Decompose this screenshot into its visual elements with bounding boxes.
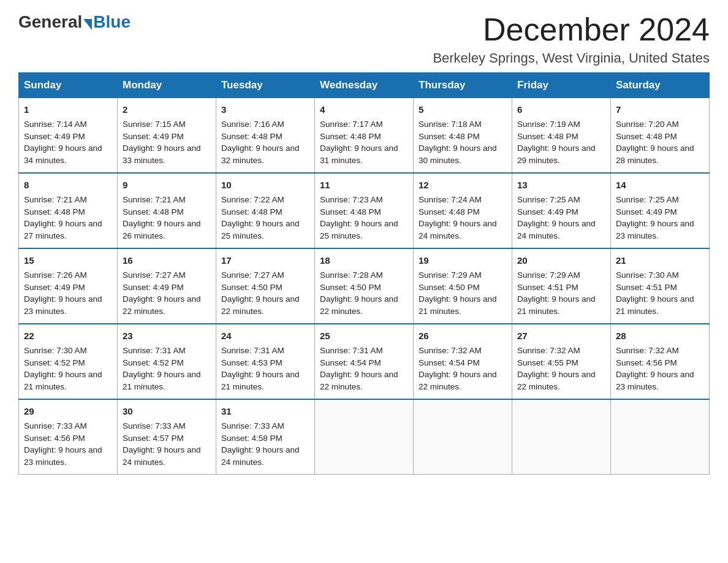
calendar-day-cell: 4Sunrise: 7:17 AMSunset: 4:48 PMDaylight…: [315, 98, 414, 174]
sunset-text: Sunset: 4:52 PM: [123, 357, 211, 369]
calendar-day-cell: 29Sunrise: 7:33 AMSunset: 4:56 PMDayligh…: [19, 399, 118, 475]
day-number: 17: [221, 254, 309, 267]
calendar-day-cell: 20Sunrise: 7:29 AMSunset: 4:51 PMDayligh…: [512, 248, 611, 324]
calendar-day-cell: [315, 399, 414, 475]
sunrise-text: Sunrise: 7:33 AM: [221, 420, 309, 432]
sunset-text: Sunset: 4:55 PM: [517, 357, 605, 369]
sunrise-text: Sunrise: 7:31 AM: [221, 345, 309, 357]
day-number: 15: [24, 254, 112, 267]
daylight-text: Daylight: 9 hours and 22 minutes.: [320, 293, 408, 317]
daylight-text: Daylight: 9 hours and 21 minutes.: [221, 369, 309, 393]
day-number: 3: [221, 103, 309, 117]
day-number: 23: [123, 329, 211, 343]
day-number: 4: [320, 103, 408, 117]
sunset-text: Sunset: 4:49 PM: [517, 206, 605, 218]
calendar-day-cell: 3Sunrise: 7:16 AMSunset: 4:48 PMDaylight…: [216, 98, 315, 174]
day-number: 7: [616, 103, 704, 117]
sunrise-text: Sunrise: 7:32 AM: [616, 345, 704, 357]
sunset-text: Sunset: 4:49 PM: [123, 131, 211, 143]
sunset-text: Sunset: 4:48 PM: [616, 131, 704, 143]
sunset-text: Sunset: 4:48 PM: [419, 206, 507, 218]
daylight-text: Daylight: 9 hours and 30 minutes.: [419, 142, 507, 166]
day-number: 31: [221, 405, 309, 418]
sunset-text: Sunset: 4:53 PM: [221, 357, 309, 369]
sunset-text: Sunset: 4:48 PM: [517, 131, 605, 143]
daylight-text: Daylight: 9 hours and 33 minutes.: [123, 142, 211, 166]
calendar-day-cell: 19Sunrise: 7:29 AMSunset: 4:50 PMDayligh…: [414, 248, 512, 324]
calendar-day-cell: 30Sunrise: 7:33 AMSunset: 4:57 PMDayligh…: [118, 399, 216, 475]
logo: General Blue: [18, 12, 131, 32]
sunset-text: Sunset: 4:54 PM: [419, 357, 507, 369]
calendar-day-cell: 2Sunrise: 7:15 AMSunset: 4:49 PMDaylight…: [118, 98, 216, 174]
calendar-day-cell: 17Sunrise: 7:27 AMSunset: 4:50 PMDayligh…: [216, 248, 315, 324]
sunrise-text: Sunrise: 7:23 AM: [320, 194, 408, 206]
sunset-text: Sunset: 4:48 PM: [221, 131, 309, 143]
sunset-text: Sunset: 4:57 PM: [123, 432, 211, 445]
weekday-header-saturday: Saturday: [611, 73, 710, 98]
calendar-day-cell: 15Sunrise: 7:26 AMSunset: 4:49 PMDayligh…: [19, 248, 118, 324]
sunset-text: Sunset: 4:48 PM: [221, 206, 309, 218]
sunrise-text: Sunrise: 7:27 AM: [123, 269, 211, 282]
day-number: 26: [419, 329, 507, 343]
sunrise-text: Sunrise: 7:31 AM: [320, 345, 408, 357]
daylight-text: Daylight: 9 hours and 25 minutes.: [221, 218, 309, 242]
sunrise-text: Sunrise: 7:21 AM: [123, 194, 211, 206]
daylight-text: Daylight: 9 hours and 24 minutes.: [419, 218, 507, 242]
daylight-text: Daylight: 9 hours and 21 minutes.: [517, 293, 605, 317]
weekday-header-tuesday: Tuesday: [216, 73, 315, 98]
sunset-text: Sunset: 4:54 PM: [320, 357, 408, 369]
calendar-day-cell: 1Sunrise: 7:14 AMSunset: 4:49 PMDaylight…: [19, 98, 118, 174]
calendar-day-cell: 11Sunrise: 7:23 AMSunset: 4:48 PMDayligh…: [315, 173, 414, 248]
weekday-header-sunday: Sunday: [19, 73, 118, 98]
sunrise-text: Sunrise: 7:33 AM: [123, 420, 211, 432]
sunrise-text: Sunrise: 7:24 AM: [419, 194, 507, 206]
calendar-day-cell: 25Sunrise: 7:31 AMSunset: 4:54 PMDayligh…: [315, 324, 414, 399]
calendar-day-cell: [414, 399, 512, 475]
sunset-text: Sunset: 4:49 PM: [616, 206, 704, 218]
sunrise-text: Sunrise: 7:25 AM: [517, 194, 605, 206]
daylight-text: Daylight: 9 hours and 23 minutes.: [616, 218, 704, 242]
sunrise-text: Sunrise: 7:33 AM: [24, 420, 112, 432]
calendar-day-cell: 12Sunrise: 7:24 AMSunset: 4:48 PMDayligh…: [414, 173, 512, 248]
sunrise-text: Sunrise: 7:25 AM: [616, 194, 704, 206]
daylight-text: Daylight: 9 hours and 23 minutes.: [24, 293, 112, 317]
sunset-text: Sunset: 4:58 PM: [221, 432, 309, 445]
daylight-text: Daylight: 9 hours and 24 minutes.: [517, 218, 605, 242]
sunset-text: Sunset: 4:56 PM: [616, 357, 704, 369]
sunset-text: Sunset: 4:49 PM: [24, 282, 112, 294]
day-number: 22: [24, 329, 112, 343]
calendar-day-cell: 21Sunrise: 7:30 AMSunset: 4:51 PMDayligh…: [611, 248, 710, 324]
month-title: December 2024: [433, 12, 710, 47]
sunrise-text: Sunrise: 7:32 AM: [517, 345, 605, 357]
calendar-day-cell: 6Sunrise: 7:19 AMSunset: 4:48 PMDaylight…: [512, 98, 611, 174]
calendar-day-cell: 24Sunrise: 7:31 AMSunset: 4:53 PMDayligh…: [216, 324, 315, 399]
sunset-text: Sunset: 4:48 PM: [123, 206, 211, 218]
calendar-week-row: 22Sunrise: 7:30 AMSunset: 4:52 PMDayligh…: [19, 324, 710, 399]
day-number: 9: [123, 178, 211, 192]
logo-blue-text: Blue: [93, 12, 131, 32]
day-number: 2: [123, 103, 211, 117]
calendar-week-row: 8Sunrise: 7:21 AMSunset: 4:48 PMDaylight…: [19, 173, 710, 248]
calendar-day-cell: 28Sunrise: 7:32 AMSunset: 4:56 PMDayligh…: [611, 324, 710, 399]
day-number: 27: [517, 329, 605, 343]
sunrise-text: Sunrise: 7:19 AM: [517, 118, 605, 131]
sunset-text: Sunset: 4:48 PM: [320, 131, 408, 143]
sunset-text: Sunset: 4:48 PM: [419, 131, 507, 143]
sunset-text: Sunset: 4:48 PM: [320, 206, 408, 218]
daylight-text: Daylight: 9 hours and 31 minutes.: [320, 142, 408, 166]
logo-general-text: General: [18, 12, 82, 32]
day-number: 11: [320, 178, 408, 192]
day-number: 10: [221, 178, 309, 192]
day-number: 13: [517, 178, 605, 192]
calendar-day-cell: 7Sunrise: 7:20 AMSunset: 4:48 PMDaylight…: [611, 98, 710, 174]
weekday-header-friday: Friday: [512, 73, 611, 98]
day-number: 25: [320, 329, 408, 343]
calendar-day-cell: [512, 399, 611, 475]
weekday-header-thursday: Thursday: [414, 73, 512, 98]
sunrise-text: Sunrise: 7:26 AM: [24, 269, 112, 282]
calendar-week-row: 29Sunrise: 7:33 AMSunset: 4:56 PMDayligh…: [19, 399, 710, 475]
sunset-text: Sunset: 4:50 PM: [221, 282, 309, 294]
day-number: 12: [419, 178, 507, 192]
daylight-text: Daylight: 9 hours and 23 minutes.: [24, 444, 112, 468]
daylight-text: Daylight: 9 hours and 26 minutes.: [123, 218, 211, 242]
